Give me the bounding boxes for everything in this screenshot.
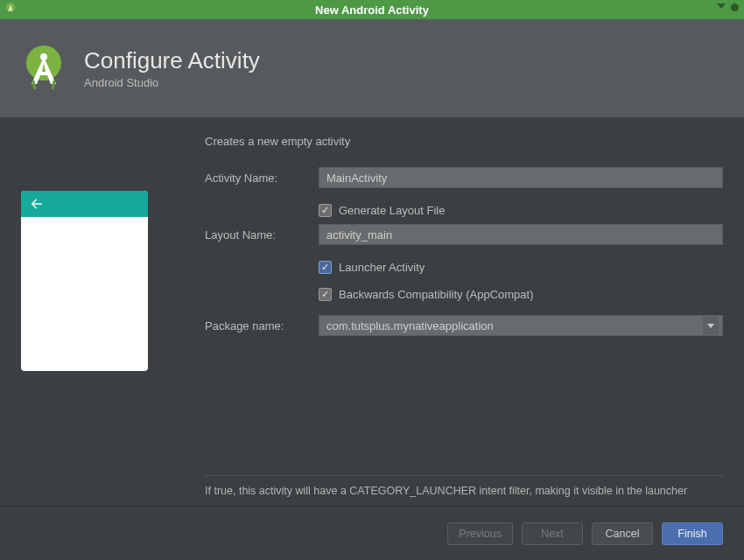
android-studio-icon xyxy=(4,2,18,16)
chevron-down-icon xyxy=(703,317,719,334)
maximize-icon[interactable] xyxy=(731,4,739,11)
check-icon: ✓ xyxy=(321,262,329,272)
form-description: Creates a new empty activity xyxy=(205,135,723,148)
generate-layout-checkbox[interactable]: ✓ xyxy=(319,204,332,217)
check-icon: ✓ xyxy=(321,206,329,215)
check-icon: ✓ xyxy=(321,290,329,299)
android-studio-logo-icon xyxy=(19,44,68,93)
previous-button: Previous xyxy=(447,522,513,545)
page-title: Configure Activity xyxy=(84,47,260,74)
window-title: New Android Activity xyxy=(315,4,429,17)
preview-column xyxy=(21,135,170,497)
titlebar-controls xyxy=(717,4,739,11)
launcher-activity-label: Launcher Activity xyxy=(339,261,425,274)
layout-name-input[interactable] xyxy=(319,224,723,245)
backwards-compat-checkbox[interactable]: ✓ xyxy=(319,288,332,301)
activity-name-input[interactable] xyxy=(319,167,723,188)
next-button: Next xyxy=(522,522,583,545)
device-preview xyxy=(21,191,148,371)
form-column: Creates a new empty activity Activity Na… xyxy=(205,135,723,497)
banner: Configure Activity Android Studio xyxy=(0,19,744,117)
content-area: Creates a new empty activity Activity Na… xyxy=(0,117,744,506)
footer: Previous Next Cancel Finish xyxy=(0,506,744,560)
generate-layout-label: Generate Layout File xyxy=(339,204,445,217)
titlebar: New Android Activity xyxy=(0,0,744,19)
page-subtitle: Android Studio xyxy=(84,76,260,89)
svg-point-0 xyxy=(6,3,15,11)
activity-name-label: Activity Name: xyxy=(205,172,319,185)
backwards-compat-label: Backwards Compatibility (AppCompat) xyxy=(339,288,534,301)
cancel-button[interactable]: Cancel xyxy=(592,522,653,545)
package-name-dropdown[interactable]: com.tutsplus.mynativeapplication xyxy=(319,315,723,336)
launcher-activity-checkbox[interactable]: ✓ xyxy=(319,261,332,274)
hint-text: If true, this activity will have a CATEG… xyxy=(205,485,723,497)
package-name-label: Package name: xyxy=(205,319,319,332)
minimize-icon[interactable] xyxy=(717,4,726,9)
back-arrow-icon xyxy=(30,197,44,211)
preview-appbar xyxy=(21,191,148,217)
layout-name-label: Layout Name: xyxy=(205,228,319,242)
finish-button[interactable]: Finish xyxy=(662,522,723,545)
package-name-value: com.tutsplus.mynativeapplication xyxy=(326,319,494,332)
hint-area: If true, this activity will have a CATEG… xyxy=(205,475,723,497)
